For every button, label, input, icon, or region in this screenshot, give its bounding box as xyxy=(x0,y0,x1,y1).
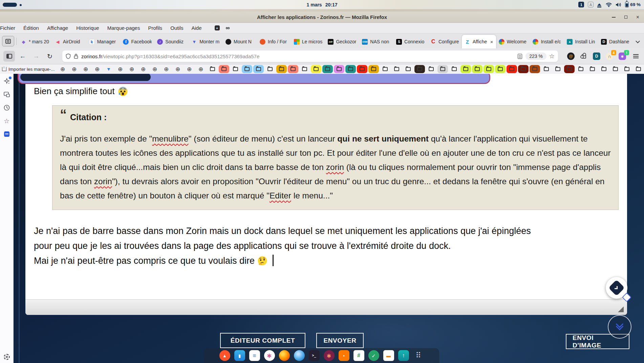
bookmark-item[interactable]: ⊕ xyxy=(173,65,183,73)
bookmark-item[interactable] xyxy=(242,65,252,73)
browser-tab[interactable]: k Manager xyxy=(86,35,121,48)
browser-tab[interactable]: Le micros xyxy=(291,35,325,48)
bookmark-item[interactable] xyxy=(576,65,586,73)
bookmark-item[interactable] xyxy=(311,65,321,73)
bookmark-item[interactable] xyxy=(507,65,517,73)
profile-plus-icon[interactable]: + xyxy=(215,25,220,30)
send-button[interactable]: ENVOYER xyxy=(316,333,364,348)
bookmark-item[interactable]: ▼ xyxy=(104,65,114,73)
bookmark-item[interactable] xyxy=(472,65,482,73)
bird-extension-icon[interactable]: ∩4 xyxy=(605,52,614,60)
dock-app[interactable]: ∗ xyxy=(264,350,275,361)
bookmark-item[interactable] xyxy=(380,65,390,73)
browser-tab[interactable]: Welcome xyxy=(496,35,530,48)
bookmark-item[interactable]: ⊕ xyxy=(58,65,68,73)
browser-tab[interactable]: Install e/c xyxy=(530,35,564,48)
bookmark-item[interactable] xyxy=(265,65,275,73)
minimize-button[interactable] xyxy=(612,17,616,18)
bookmark-item[interactable] xyxy=(357,65,367,73)
import-bookmarks-button[interactable]: Importer les marque-... xyxy=(2,67,55,72)
bookmark-item[interactable] xyxy=(518,65,529,73)
bookmark-item[interactable] xyxy=(253,65,264,73)
full-editor-button[interactable]: ÉDITEUR COMPLET xyxy=(220,333,305,348)
bookmark-item[interactable]: ⊕ xyxy=(69,65,80,73)
synced-tabs-icon[interactable] xyxy=(3,90,11,99)
scroll-down-widget[interactable] xyxy=(608,315,631,339)
bookmark-item[interactable] xyxy=(460,65,471,73)
bookmark-item[interactable] xyxy=(530,65,540,73)
bookmark-item[interactable]: ⊕ xyxy=(150,65,160,73)
bookmark-item[interactable] xyxy=(299,65,310,73)
bookmark-item[interactable] xyxy=(207,65,218,73)
menu-item[interactable]: Marque-pages xyxy=(107,25,140,31)
extension-dark-icon[interactable]: @ xyxy=(567,52,575,60)
bookmark-star-icon[interactable]: ☆ xyxy=(549,52,555,60)
bookmark-item[interactable] xyxy=(322,65,333,73)
dock-app[interactable]: ▪ xyxy=(339,350,349,361)
browser-tab[interactable]: Info / For xyxy=(257,35,291,48)
tab-close-icon[interactable]: × xyxy=(490,39,493,45)
bookmark-item[interactable]: ⊕ xyxy=(196,65,206,73)
activities-pill[interactable] xyxy=(3,3,17,7)
post-editor-area[interactable]: Bien ça simplifie tout xyxy=(25,74,627,315)
bookmark-item[interactable]: ⊕ xyxy=(184,65,195,73)
menu-item[interactable]: Aide xyxy=(191,25,201,31)
dock-app[interactable]: ⠿ xyxy=(413,350,424,361)
menu-item[interactable]: Profils xyxy=(148,25,162,31)
maximize-button[interactable] xyxy=(624,16,627,19)
menu-item[interactable]: Outils xyxy=(170,25,183,31)
back-button[interactable]: ← xyxy=(17,51,28,62)
bookmark-item[interactable] xyxy=(334,65,344,73)
bookmark-item[interactable] xyxy=(437,65,448,73)
bookmark-item[interactable] xyxy=(391,65,402,73)
dashlane-extension-icon[interactable]: D xyxy=(593,52,601,60)
browser-tab[interactable]: ◀ AirDroid xyxy=(52,35,86,48)
bookmark-item[interactable] xyxy=(564,65,575,73)
dock-app[interactable]: ▬ xyxy=(383,350,394,361)
bookmark-item[interactable] xyxy=(219,65,229,73)
menu-item[interactable]: Édition xyxy=(23,25,39,31)
menu-item[interactable]: Historique xyxy=(76,25,99,31)
infinity-icon[interactable]: ∞ xyxy=(226,25,230,31)
browser-tab[interactable]: ◆ * mars 20 xyxy=(18,35,52,48)
dock-app[interactable]: >_ xyxy=(309,350,320,361)
bookmark-item[interactable] xyxy=(276,65,287,73)
bookmark-item[interactable] xyxy=(495,65,506,73)
lock-icon[interactable] xyxy=(74,54,78,59)
bookmark-item[interactable]: ⊕ xyxy=(115,65,126,73)
menu-item[interactable]: Affichage xyxy=(47,25,68,31)
bookmark-item[interactable] xyxy=(403,65,413,73)
dock-app[interactable] xyxy=(279,350,290,361)
bookmark-item[interactable] xyxy=(610,65,621,73)
bookmark-item[interactable] xyxy=(541,65,552,73)
bookmarks-star-icon[interactable]: ☆ xyxy=(3,117,11,125)
browser-tab[interactable]: mfr Geckozor xyxy=(325,35,359,48)
bookmark-item[interactable] xyxy=(622,65,632,73)
bookmark-item[interactable] xyxy=(449,65,459,73)
dock-app[interactable]: ▲ xyxy=(219,350,230,361)
zoom-level[interactable]: 223 % xyxy=(525,52,546,60)
bookmark-item[interactable] xyxy=(484,65,494,73)
bookmark-item[interactable]: ⊕ xyxy=(92,65,103,73)
dock-app[interactable]: ✓ xyxy=(368,350,379,361)
browser-tab[interactable]: C Configure xyxy=(428,35,462,48)
scroll-widget-top[interactable] xyxy=(606,277,627,299)
bookmark-item[interactable]: ⊕ xyxy=(161,65,172,73)
system-tray[interactable]: 1 A 69 % xyxy=(578,0,641,9)
bookmark-item[interactable] xyxy=(633,65,642,73)
dock-app[interactable]: # xyxy=(353,350,364,361)
tab-list-button[interactable] xyxy=(2,36,14,46)
purple-extension-icon[interactable]: ∗! xyxy=(618,52,626,60)
bookmark-item[interactable]: ⊕ xyxy=(127,65,137,73)
browser-tab[interactable]: f Facebook xyxy=(120,35,154,48)
hamburger-menu-icon[interactable] xyxy=(633,54,639,58)
bookmark-item[interactable]: ⊕ xyxy=(81,65,91,73)
browser-tab[interactable]: D Dashlane xyxy=(598,35,632,48)
dock-app[interactable]: ∗ xyxy=(324,350,335,361)
sidebar-toggle-button[interactable] xyxy=(3,51,15,62)
extension-cube-icon[interactable] xyxy=(3,130,11,138)
url-bar[interactable]: zorinos.fr/viewtopic.php?p=16303&sid=e6a… xyxy=(62,50,558,62)
bookmark-item[interactable]: ⊕ xyxy=(138,65,149,73)
bookmark-item[interactable] xyxy=(599,65,609,73)
browser-tab[interactable]: Mount N xyxy=(223,35,257,48)
